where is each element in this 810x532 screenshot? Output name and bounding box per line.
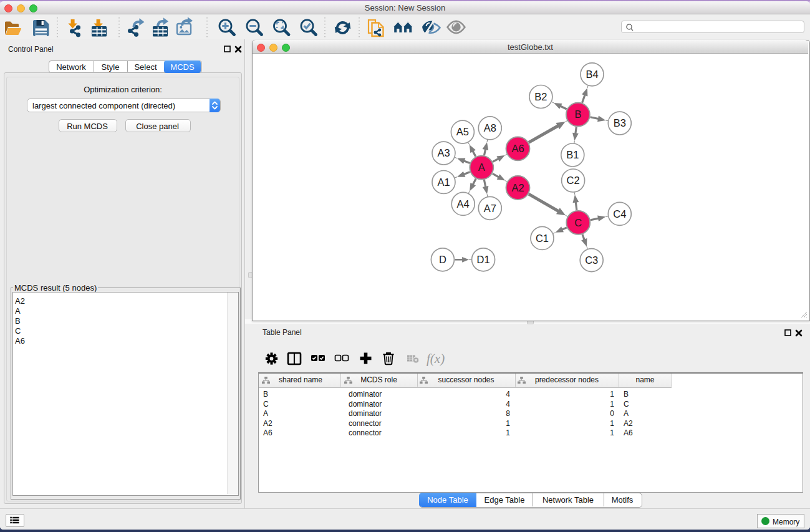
svg-text:A2: A2 xyxy=(511,182,524,193)
svg-text:A8: A8 xyxy=(484,122,496,133)
svg-text:D: D xyxy=(439,254,446,265)
svg-text:C4: C4 xyxy=(613,208,626,220)
svg-text:D1: D1 xyxy=(477,254,490,265)
svg-text:C3: C3 xyxy=(585,254,598,266)
svg-text:f(x): f(x) xyxy=(427,351,445,366)
svg-text:B4: B4 xyxy=(586,69,598,80)
svg-text:B: B xyxy=(574,109,581,120)
svg-text:A4: A4 xyxy=(457,198,470,210)
svg-text:B3: B3 xyxy=(614,117,626,128)
svg-text:C1: C1 xyxy=(536,233,549,244)
svg-text:B2: B2 xyxy=(534,91,547,102)
svg-text:A: A xyxy=(478,162,485,173)
svg-text:A3: A3 xyxy=(437,147,450,158)
svg-text:C: C xyxy=(574,217,582,228)
svg-text:A6: A6 xyxy=(511,143,524,154)
svg-text:C2: C2 xyxy=(567,175,580,186)
svg-text:B1: B1 xyxy=(566,149,579,160)
svg-text:A1: A1 xyxy=(437,177,450,188)
svg-text:A5: A5 xyxy=(456,126,469,137)
svg-text:A7: A7 xyxy=(484,203,496,214)
